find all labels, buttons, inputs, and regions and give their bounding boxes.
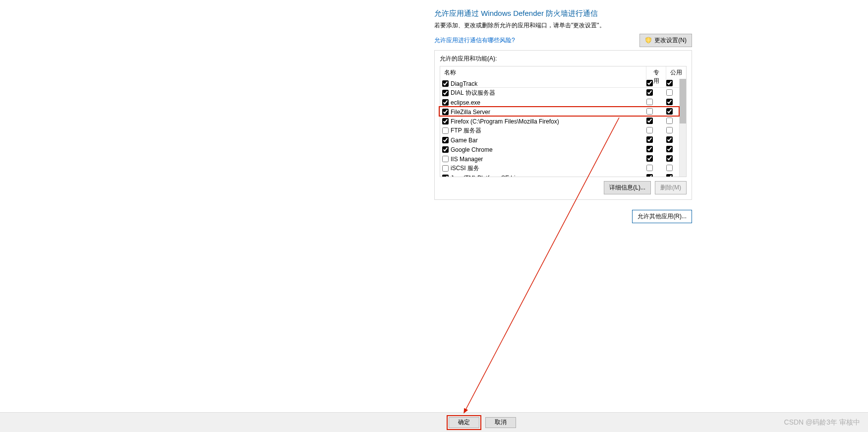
row-public-checkbox[interactable]: [666, 99, 673, 105]
row-name-label: IIS Manager: [451, 156, 483, 163]
row-public-checkbox[interactable]: [666, 165, 673, 171]
row-name-label: eclipse.exe: [451, 99, 480, 106]
row-private-checkbox[interactable]: [646, 127, 653, 133]
row-enable-checkbox[interactable]: [442, 156, 449, 162]
row-private-checkbox[interactable]: [646, 174, 653, 177]
details-button[interactable]: 详细信息(L)...: [604, 181, 651, 194]
row-private-checkbox[interactable]: [646, 118, 653, 124]
table-row[interactable]: iSCSI 服务: [440, 164, 679, 173]
content-area: 允许应用通过 Windows Defender 防火墙进行通信 若要添加、更改或…: [176, 0, 692, 223]
row-public-checkbox[interactable]: [666, 146, 673, 152]
row-public-checkbox[interactable]: [666, 136, 673, 143]
row-private-checkbox[interactable]: [646, 136, 653, 143]
row-enable-checkbox[interactable]: [442, 90, 449, 96]
shield-icon: [645, 37, 652, 44]
table-row[interactable]: DiagTrack: [440, 79, 679, 88]
remove-button: 删除(M): [655, 181, 687, 194]
scrollbar[interactable]: [679, 79, 686, 177]
row-private-checkbox[interactable]: [646, 146, 653, 152]
risk-link[interactable]: 允许应用进行通信有哪些风险?: [434, 36, 515, 45]
row-name-label: Java(TM) Platform SE binary: [451, 175, 527, 177]
row-public-checkbox[interactable]: [666, 118, 673, 124]
table-row[interactable]: Google Chrome: [440, 145, 679, 154]
row-private-checkbox[interactable]: [646, 155, 653, 162]
row-name-label: FTP 服务器: [451, 126, 481, 135]
scroll-thumb[interactable]: [680, 79, 686, 123]
table-row[interactable]: Java(TM) Platform SE binary: [440, 173, 679, 177]
row-enable-checkbox[interactable]: [442, 118, 449, 124]
ok-button[interactable]: 确定: [449, 417, 479, 428]
change-settings-button[interactable]: 更改设置(N): [639, 34, 692, 47]
row-name-label: FileZilla Server: [451, 109, 490, 116]
row-private-checkbox[interactable]: [646, 89, 653, 96]
page-subtitle: 若要添加、更改或删除所允许的应用和端口，请单击"更改设置"。: [434, 21, 692, 30]
row-enable-checkbox[interactable]: [442, 137, 449, 143]
footer-bar: 确定 取消: [0, 412, 868, 432]
listview-body: DiagTrackDIAL 协议服务器eclipse.exeFileZilla …: [440, 79, 679, 177]
allow-other-app-button[interactable]: 允许其他应用(R)...: [632, 210, 692, 223]
row-name-label: iSCSI 服务: [451, 164, 479, 173]
row-private-checkbox[interactable]: [646, 165, 653, 171]
row-public-checkbox[interactable]: [666, 155, 673, 162]
page-title: 允许应用通过 Windows Defender 防火墙进行通信: [434, 9, 692, 18]
row-enable-checkbox[interactable]: [442, 109, 449, 115]
row-name-label: Firefox (C:\Program Files\Mozilla Firefo…: [451, 118, 559, 125]
table-row[interactable]: FileZilla Server: [440, 107, 679, 117]
row-public-checkbox[interactable]: [666, 108, 673, 115]
row-enable-checkbox[interactable]: [442, 165, 449, 172]
row-public-checkbox[interactable]: [666, 89, 673, 96]
row-enable-checkbox[interactable]: [442, 146, 449, 153]
change-settings-label: 更改设置(N): [654, 37, 687, 44]
row-enable-checkbox[interactable]: [442, 127, 449, 134]
table-row[interactable]: Game Bar: [440, 135, 679, 145]
groupbox-label: 允许的应用和功能(A):: [440, 55, 687, 63]
table-row[interactable]: DIAL 协议服务器: [440, 88, 679, 98]
row-name-label: Game Bar: [451, 137, 478, 144]
row-private-checkbox[interactable]: [646, 99, 653, 105]
row-enable-checkbox[interactable]: [442, 175, 449, 177]
table-row[interactable]: Firefox (C:\Program Files\Mozilla Firefo…: [440, 117, 679, 126]
apps-listview[interactable]: 名称 专用 公用 DiagTrackDIAL 协议服务器eclipse.exeF…: [440, 66, 687, 177]
row-name-label: DiagTrack: [451, 80, 477, 87]
row-private-checkbox[interactable]: [646, 80, 653, 86]
table-row[interactable]: eclipse.exe: [440, 98, 679, 107]
row-private-checkbox[interactable]: [646, 108, 653, 115]
table-row[interactable]: FTP 服务器: [440, 126, 679, 135]
row-public-checkbox[interactable]: [666, 80, 673, 86]
row-name-label: Google Chrome: [451, 146, 493, 153]
row-public-checkbox[interactable]: [666, 174, 673, 177]
row-enable-checkbox[interactable]: [442, 80, 449, 87]
table-row[interactable]: IIS Manager: [440, 154, 679, 164]
row-enable-checkbox[interactable]: [442, 99, 449, 106]
row-public-checkbox[interactable]: [666, 127, 673, 133]
row-name-label: DIAL 协议服务器: [451, 89, 495, 97]
cancel-button[interactable]: 取消: [485, 417, 516, 428]
allowed-apps-groupbox: 允许的应用和功能(A): 名称 专用 公用 DiagTrackDIAL 协议服务…: [434, 50, 692, 200]
